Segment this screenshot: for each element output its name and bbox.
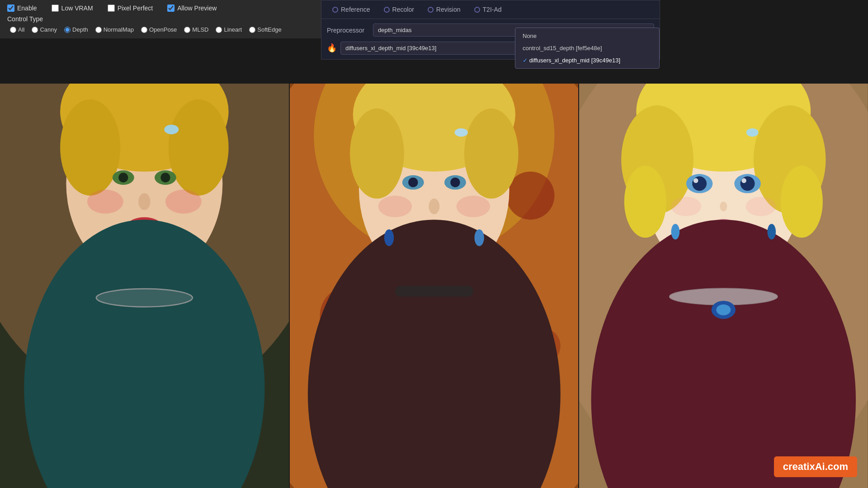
tab-recolor-radio	[384, 7, 390, 13]
enable-label: Enable	[17, 5, 37, 12]
gallery-image-2	[289, 84, 579, 488]
svg-point-13	[165, 190, 202, 214]
tab-revision-radio	[428, 7, 434, 13]
image-gallery	[0, 84, 868, 488]
svg-rect-40	[395, 286, 473, 297]
svg-point-34	[378, 196, 412, 217]
tab-recolor[interactable]: Recolor	[378, 4, 420, 15]
tab-revision[interactable]: Revision	[422, 4, 466, 15]
svg-point-58	[671, 197, 702, 216]
svg-point-65	[671, 224, 680, 239]
pixel-perfect-checkbox-input[interactable]	[108, 5, 115, 12]
svg-point-9	[160, 173, 170, 182]
radio-openpose-label: OpenPose	[149, 26, 177, 33]
svg-point-17	[164, 125, 179, 134]
svg-point-56	[720, 202, 727, 211]
radio-canny[interactable]: Canny	[29, 25, 60, 34]
svg-point-26	[350, 108, 404, 199]
radio-all[interactable]: All	[7, 25, 27, 34]
radio-mlsd-label: MLSD	[192, 26, 208, 33]
radio-all-label: All	[18, 26, 24, 33]
svg-point-16	[96, 289, 193, 307]
svg-point-10	[138, 193, 151, 210]
enable-checkbox[interactable]: Enable	[7, 5, 37, 12]
svg-point-54	[693, 178, 698, 183]
dropdown-item-xl[interactable]: diffusers_xl_depth_mid [39c49e13]	[515, 54, 659, 66]
dropdown-item-sd15[interactable]: control_sd15_depth [fef5e48e]	[515, 42, 659, 54]
control-type-label: Control Type	[7, 15, 318, 23]
radio-openpose[interactable]: OpenPose	[138, 25, 179, 34]
fire-icon: 🔥	[327, 43, 337, 53]
dropdown-item-none[interactable]: None	[515, 30, 659, 42]
svg-point-53	[741, 176, 755, 191]
tab-t2i-radio	[474, 7, 480, 13]
radio-normalmap-label: NormalMap	[104, 26, 134, 33]
allow-preview-label: Allow Preview	[177, 5, 217, 12]
radio-lineart-label: Lineart	[224, 26, 242, 33]
svg-point-39	[474, 229, 484, 246]
radio-canny-label: Canny	[40, 26, 57, 33]
gallery-image-1	[0, 84, 289, 488]
tab-t2i-label: T2I-Ad	[483, 6, 502, 13]
watermark: creatixAi.com	[774, 456, 857, 477]
tab-reference-label: Reference	[341, 6, 370, 13]
pixel-perfect-checkbox[interactable]: Pixel Perfect	[108, 5, 153, 12]
radio-softedge[interactable]: SoftEdge	[246, 25, 284, 34]
allow-preview-checkbox[interactable]: Allow Preview	[167, 5, 217, 12]
svg-point-5	[169, 99, 229, 196]
radio-depth-label: Depth	[72, 26, 88, 33]
svg-point-64	[717, 305, 731, 315]
low-vram-label: Low VRAM	[61, 5, 93, 12]
radio-depth[interactable]: Depth	[61, 25, 91, 34]
tab-recolor-label: Recolor	[392, 6, 414, 13]
svg-point-30	[408, 178, 418, 187]
radio-mlsd[interactable]: MLSD	[181, 25, 211, 34]
model-panel: Reference Recolor Revision T2I-Ad Prepro…	[321, 0, 660, 60]
svg-point-38	[384, 229, 394, 246]
allow-preview-checkbox-input[interactable]	[167, 5, 175, 12]
low-vram-checkbox[interactable]: Low VRAM	[52, 5, 93, 12]
svg-point-32	[429, 199, 439, 215]
svg-point-27	[464, 108, 519, 199]
model-dropdown-popup: None control_sd15_depth [fef5e48e] diffu…	[515, 28, 660, 69]
svg-point-52	[692, 176, 707, 191]
control-bar: Enable Low VRAM Pixel Perfect Allow Prev…	[0, 0, 326, 38]
svg-point-41	[454, 128, 467, 137]
radio-group: All Canny Depth NormalMap OpenPose MLSD …	[7, 25, 318, 34]
tab-reference-radio	[332, 7, 338, 13]
radio-lineart[interactable]: Lineart	[213, 25, 245, 34]
svg-point-8	[118, 173, 128, 182]
enable-checkbox-input[interactable]	[7, 5, 14, 12]
tab-reference[interactable]: Reference	[327, 4, 376, 15]
svg-point-31	[450, 178, 460, 187]
svg-point-35	[456, 196, 490, 217]
svg-point-49	[781, 165, 823, 238]
tab-t2i[interactable]: T2I-Ad	[469, 4, 507, 15]
svg-point-66	[768, 224, 776, 239]
low-vram-checkbox-input[interactable]	[52, 5, 59, 12]
radio-softedge-label: SoftEdge	[257, 26, 282, 33]
svg-point-12	[87, 190, 123, 214]
svg-point-67	[746, 128, 759, 137]
gallery-image-3	[578, 84, 868, 488]
tab-revision-label: Revision	[436, 6, 461, 13]
tabs-row: Reference Recolor Revision T2I-Ad	[321, 0, 660, 19]
radio-normalmap[interactable]: NormalMap	[93, 25, 137, 34]
pixel-perfect-label: Pixel Perfect	[118, 5, 153, 12]
svg-point-4	[60, 99, 120, 196]
preprocessor-label: Preprocessor	[327, 27, 368, 34]
svg-point-55	[742, 178, 747, 183]
svg-point-48	[624, 165, 666, 238]
svg-point-59	[746, 197, 776, 216]
